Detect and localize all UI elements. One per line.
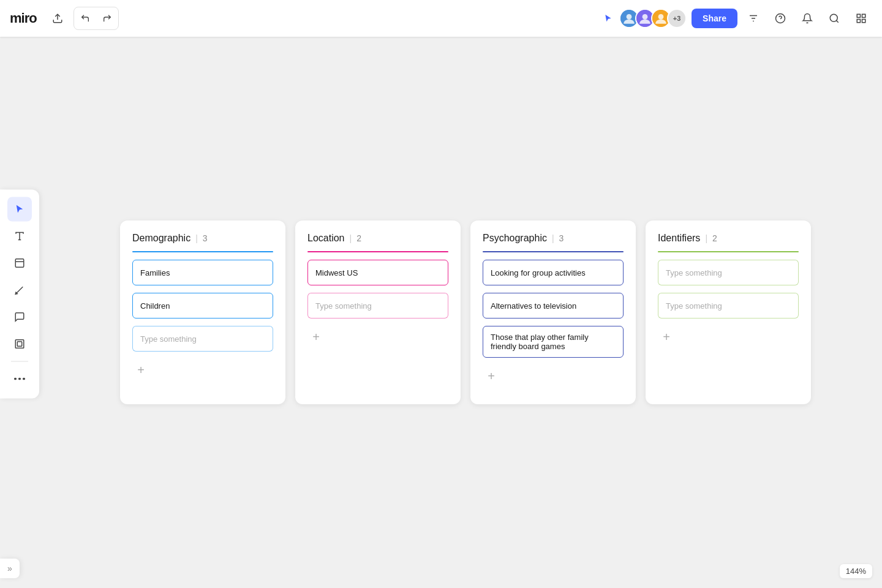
column-underline-demographic xyxy=(132,251,273,252)
redo-button[interactable] xyxy=(96,7,118,29)
add-item-identifiers[interactable]: + xyxy=(658,328,675,345)
svg-rect-17 xyxy=(862,20,865,23)
card-item-location-0[interactable]: Midwest US xyxy=(307,260,448,285)
card-item-location-1[interactable]: Type something xyxy=(307,293,448,318)
top-bar: miro xyxy=(0,0,882,37)
expand-toolbar-btn[interactable]: » xyxy=(0,559,20,578)
comment-tool[interactable] xyxy=(7,305,32,330)
pen-tool[interactable] xyxy=(7,278,32,303)
column-title-location: Location xyxy=(307,233,345,244)
card-item-identifiers-1[interactable]: Type something xyxy=(658,293,799,318)
add-item-demographic[interactable]: + xyxy=(132,361,149,379)
card-item-psychographic-1[interactable]: Alternatives to television xyxy=(483,293,624,318)
column-count-psychographic: 3 xyxy=(559,233,564,243)
svg-line-13 xyxy=(836,20,838,22)
svg-rect-16 xyxy=(857,20,860,23)
search-button[interactable] xyxy=(823,7,845,29)
filter-button[interactable] xyxy=(742,7,764,29)
svg-point-4 xyxy=(643,14,648,20)
column-divider-char-location: | xyxy=(350,233,352,243)
column-header-psychographic: Psychographic|3 xyxy=(483,233,624,249)
column-header-demographic: Demographic|3 xyxy=(132,233,273,249)
upload-button[interactable] xyxy=(47,7,69,29)
column-header-identifiers: Identifiers|2 xyxy=(658,233,799,249)
add-item-psychographic[interactable]: + xyxy=(483,368,500,385)
card-item-psychographic-2[interactable]: Those that play other family friendly bo… xyxy=(483,326,624,358)
card-item-demographic-0[interactable]: Families xyxy=(132,260,273,285)
svg-point-27 xyxy=(23,378,25,380)
menu-button[interactable] xyxy=(850,7,872,29)
column-divider-char-identifiers: | xyxy=(705,233,707,243)
column-count-demographic: 3 xyxy=(203,233,208,243)
column-title-psychographic: Psychographic xyxy=(483,233,547,244)
zoom-indicator: 144% xyxy=(840,564,872,578)
column-header-location: Location|2 xyxy=(307,233,448,249)
card-item-identifiers-0[interactable]: Type something xyxy=(658,260,799,285)
column-count-location: 2 xyxy=(356,233,361,243)
column-divider-char-demographic: | xyxy=(195,233,198,243)
card-item-psychographic-0[interactable]: Looking for group activities xyxy=(483,260,624,285)
avatar-group: +3 xyxy=(619,9,687,28)
svg-point-26 xyxy=(18,378,21,380)
sticky-tool[interactable] xyxy=(7,251,32,276)
card-item-demographic-1[interactable]: Children xyxy=(132,293,273,318)
column-title-identifiers: Identifiers xyxy=(658,233,700,244)
svg-point-25 xyxy=(14,378,17,380)
svg-point-2 xyxy=(627,14,632,20)
column-count-identifiers: 2 xyxy=(712,233,717,243)
more-tools[interactable] xyxy=(7,367,32,391)
card-item-demographic-2[interactable]: Type something xyxy=(132,326,273,352)
svg-rect-15 xyxy=(862,14,865,17)
svg-point-12 xyxy=(830,14,837,21)
canvas[interactable]: Demographic|3FamiliesChildrenType someth… xyxy=(0,37,882,588)
select-tool[interactable] xyxy=(7,197,32,222)
logo: miro xyxy=(10,10,37,26)
svg-rect-14 xyxy=(857,14,860,17)
avatar-extra: +3 xyxy=(667,9,687,28)
notifications-button[interactable] xyxy=(796,7,818,29)
column-identifiers: Identifiers|2Type somethingType somethin… xyxy=(646,221,811,404)
column-demographic: Demographic|3FamiliesChildrenType someth… xyxy=(120,221,285,404)
column-psychographic: Psychographic|3Looking for group activit… xyxy=(470,221,636,404)
svg-point-6 xyxy=(658,14,664,20)
column-title-demographic: Demographic xyxy=(132,233,190,244)
column-location: Location|2Midwest USType something+ xyxy=(295,221,461,404)
undo-button[interactable] xyxy=(74,7,96,29)
help-button[interactable] xyxy=(769,7,791,29)
frame-tool[interactable] xyxy=(7,332,32,356)
cursor-indicator xyxy=(602,12,614,24)
history-controls xyxy=(74,7,119,30)
topbar-right: +3 Share xyxy=(602,7,872,29)
board-container: Demographic|3FamiliesChildrenType someth… xyxy=(120,221,811,404)
column-underline-identifiers xyxy=(658,251,799,252)
column-underline-location xyxy=(307,251,448,252)
toolbar-separator xyxy=(11,361,28,362)
add-item-location[interactable]: + xyxy=(307,328,325,345)
share-button[interactable]: Share xyxy=(692,9,737,28)
svg-rect-20 xyxy=(15,259,24,268)
column-underline-psychographic xyxy=(483,251,624,252)
svg-rect-24 xyxy=(17,342,22,347)
left-toolbar xyxy=(0,190,39,399)
column-divider-char-psychographic: | xyxy=(552,233,554,243)
text-tool[interactable] xyxy=(7,224,32,249)
svg-line-22 xyxy=(17,287,23,293)
svg-rect-23 xyxy=(15,340,24,349)
